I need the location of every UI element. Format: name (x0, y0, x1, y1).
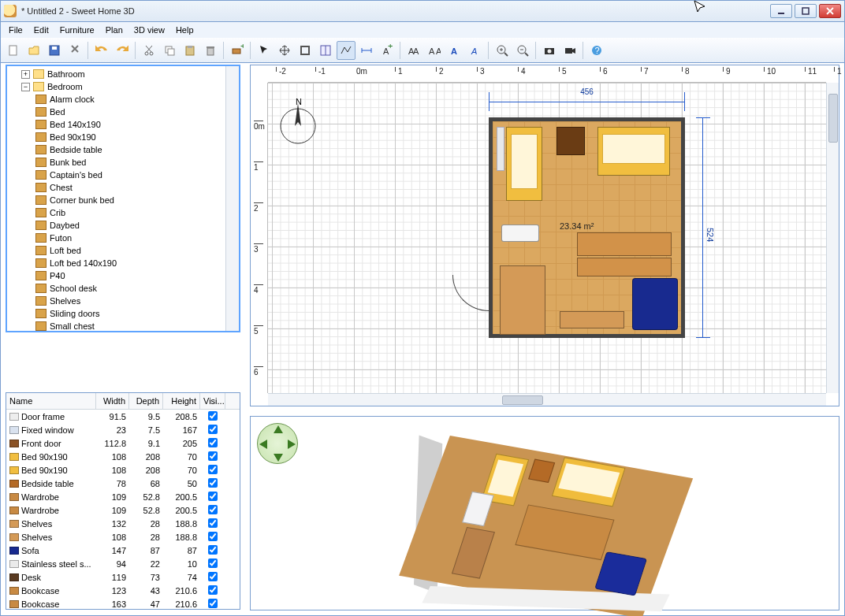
tool-create-dimensions[interactable] (357, 41, 376, 60)
table-row[interactable]: Bed 90x19010820870 (6, 450, 240, 463)
tool-preferences[interactable] (65, 41, 84, 60)
tool-create-walls[interactable] (296, 41, 315, 60)
tool-text-size-inc[interactable]: AA (404, 41, 423, 60)
catalog-item[interactable]: Daybed (9, 219, 236, 232)
table-row[interactable]: Door frame91.59.5208.5 (6, 410, 240, 423)
plan-shelves-2[interactable] (560, 311, 624, 328)
plan-wardrobe-2[interactable] (577, 258, 672, 276)
col-name[interactable]: Name (6, 393, 96, 409)
tool-zoom-out[interactable] (513, 41, 532, 60)
catalog-item[interactable]: Loft bed (9, 244, 236, 257)
table-row[interactable]: Wardrobe10952.8200.5 (6, 503, 240, 517)
plan-desk[interactable] (497, 127, 504, 171)
catalog-category[interactable]: −Bedroom (9, 80, 236, 93)
tool-create-video[interactable] (560, 41, 579, 60)
tool-pan[interactable] (275, 41, 294, 60)
table-row[interactable]: Shelves10828188.8 (6, 530, 240, 544)
tool-open[interactable] (24, 41, 43, 60)
tool-help[interactable]: ? (587, 41, 606, 60)
plan-bed-1[interactable] (506, 127, 542, 201)
menu-help[interactable]: Help (171, 24, 199, 36)
table-row[interactable]: Desk1197374 (6, 570, 240, 584)
arrow-right-icon[interactable] (288, 440, 296, 449)
3d-scene[interactable] (413, 428, 679, 610)
catalog-category[interactable]: +Bathroom (9, 68, 236, 80)
tool-text-italic[interactable]: A (466, 41, 485, 60)
table-row[interactable]: Bed 90x19010820870 (6, 463, 240, 477)
col-visible[interactable]: Visi... (200, 393, 225, 409)
table-row[interactable]: Front door112.89.1205 (6, 436, 240, 450)
table-row[interactable]: Stainless steel s...942210 (6, 557, 240, 570)
tool-copy[interactable] (160, 41, 179, 60)
table-row[interactable]: Shelves13228188.8 (6, 517, 240, 530)
tool-paste[interactable] (181, 41, 199, 60)
catalog-item[interactable]: Captain's bed (9, 169, 236, 181)
plan-scrollbar-v[interactable] (826, 83, 839, 393)
catalog-item[interactable]: Loft bed 140x190 (9, 257, 236, 269)
plan-door[interactable] (452, 275, 489, 311)
visibility-checkbox[interactable] (208, 532, 218, 541)
tool-text-bold[interactable]: A (445, 41, 464, 60)
catalog-item[interactable]: Corner bunk bed (9, 194, 236, 206)
visibility-checkbox[interactable] (208, 451, 218, 461)
plan-bedside-table[interactable] (557, 127, 585, 155)
titlebar[interactable]: * Untitled 2 - Sweet Home 3D (0, 0, 845, 22)
plan-sofa[interactable] (632, 278, 678, 330)
table-row[interactable]: Bookcase16347210.6 (6, 597, 240, 610)
catalog-item[interactable]: P40 (9, 269, 236, 282)
plan-shelves-1[interactable] (500, 265, 545, 335)
tool-new[interactable] (4, 41, 23, 60)
table-row[interactable]: Bedside table786850 (6, 477, 240, 490)
catalog-item[interactable]: Chest (9, 181, 236, 194)
menu-3dview[interactable]: 3D view (129, 24, 169, 36)
expand-icon[interactable]: + (21, 70, 30, 79)
visibility-checkbox[interactable] (208, 558, 218, 568)
menu-furniture[interactable]: Furniture (55, 24, 99, 36)
catalog-item[interactable]: Futon (9, 232, 236, 244)
tool-cut[interactable] (140, 41, 158, 60)
table-row[interactable]: Fixed window237.5167 (6, 423, 240, 436)
catalog-panel[interactable]: +Bathroom−BedroomAlarm clockBedBed 140x1… (6, 65, 240, 332)
visibility-checkbox[interactable] (208, 438, 218, 447)
visibility-checkbox[interactable] (208, 599, 218, 608)
catalog-item[interactable]: Shelves (9, 295, 236, 307)
tool-create-polylines[interactable] (337, 41, 355, 60)
catalog-item[interactable]: Bed 140x190 (9, 118, 236, 131)
catalog-item[interactable]: Bunk bed (9, 156, 236, 169)
tool-create-text[interactable]: A+ (378, 41, 396, 60)
collapse-icon[interactable]: − (21, 83, 30, 91)
3d-view-panel[interactable] (250, 416, 839, 610)
tool-undo[interactable] (92, 41, 111, 60)
visibility-checkbox[interactable] (208, 545, 218, 555)
tool-redo[interactable] (113, 41, 132, 60)
tool-create-photo[interactable] (540, 41, 559, 60)
col-width[interactable]: Width (96, 393, 129, 409)
plan-canvas[interactable]: N 456 524 23.34 m² (268, 83, 826, 393)
catalog-item[interactable]: Crib (9, 206, 236, 219)
catalog-item[interactable]: Sliding doors (9, 307, 236, 320)
menu-plan[interactable]: Plan (101, 24, 128, 36)
tool-create-rooms[interactable] (316, 41, 335, 60)
arrow-down-icon[interactable] (274, 454, 283, 462)
col-height[interactable]: Height (163, 393, 200, 409)
visibility-checkbox[interactable] (208, 478, 218, 488)
tool-zoom-in[interactable] (493, 41, 512, 60)
close-button[interactable] (819, 4, 841, 18)
table-row[interactable]: Sofa1478787 (6, 544, 240, 557)
visibility-checkbox[interactable] (208, 411, 218, 421)
tool-delete[interactable] (201, 41, 220, 60)
arrow-left-icon[interactable] (259, 440, 267, 449)
catalog-item[interactable]: Bed 90x190 (9, 131, 236, 143)
plan-bed-2[interactable] (597, 127, 670, 176)
tool-add-furniture[interactable]: + (228, 41, 247, 60)
visibility-checkbox[interactable] (208, 492, 218, 501)
plan-wardrobe-1[interactable] (577, 232, 672, 256)
catalog-item[interactable]: Bed (9, 106, 236, 118)
menu-edit[interactable]: Edit (29, 24, 54, 36)
table-row[interactable]: Wardrobe10952.8200.5 (6, 490, 240, 503)
minimize-button[interactable] (770, 4, 792, 18)
visibility-checkbox[interactable] (208, 572, 218, 581)
arrow-up-icon[interactable] (274, 425, 283, 433)
catalog-item[interactable]: Alarm clock (9, 93, 236, 106)
catalog-item[interactable]: School desk (9, 282, 236, 295)
